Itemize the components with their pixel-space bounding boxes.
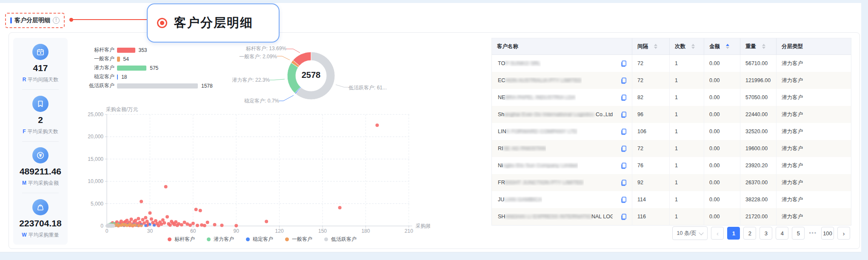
bar-category-label: 标杆客户	[77, 46, 114, 54]
info-icon[interactable]: !	[53, 17, 60, 24]
cell-interval: 92	[632, 174, 670, 191]
donut-leader-line	[277, 56, 290, 60]
svg-text:0: 0	[100, 223, 103, 229]
customer-name: LINK FORWARD COMPANY LTD	[498, 129, 577, 134]
customer-doc-icon[interactable]	[621, 111, 627, 118]
customer-name-cell: FREIGHT JUNCTION PTY LIMITED	[492, 174, 632, 191]
svg-text:15,000: 15,000	[88, 156, 103, 162]
kpi-letter: R	[23, 77, 26, 83]
customer-name: RISE AG PAKISTAN	[498, 146, 546, 151]
cell-interval: 72	[632, 72, 670, 89]
title-accent-bar	[10, 17, 12, 23]
table-header: 客户名称间隔次数金额重量分层类型	[492, 38, 851, 55]
customer-doc-icon[interactable]	[621, 146, 627, 152]
page-button-4[interactable]: 4	[776, 227, 788, 240]
bar-row-2: 潜力客户575	[77, 63, 260, 72]
page-button-100[interactable]: 100	[821, 227, 834, 240]
legend-item-稳定客户[interactable]: 稳定客户	[246, 236, 273, 243]
donut-label-potential: 潜力客户: 22.3%	[222, 77, 270, 84]
svg-text:180: 180	[361, 228, 370, 234]
cell-interval: 72	[632, 140, 670, 157]
page-size-select[interactable]: 10 条/页	[672, 226, 708, 240]
page-button-5[interactable]: 5	[792, 227, 805, 240]
bar-category-label: 潜力客户	[77, 64, 114, 71]
pagination-ellipsis[interactable]: •••	[808, 230, 818, 236]
sort-caret-up-icon[interactable]	[762, 44, 765, 46]
cell-weight: 38228.00	[740, 191, 777, 208]
cell-amount: 0.00	[704, 208, 740, 225]
chevron-down-icon	[699, 230, 704, 235]
pagination: 10 条/页‹12345•••100›	[672, 226, 850, 240]
annotation-anchor-dot	[69, 18, 73, 22]
customer-name-cell: Shanghai Ever-Do International Logistics…	[492, 106, 632, 123]
page-button-2[interactable]: 2	[743, 227, 756, 240]
cell-amount: 0.00	[704, 157, 740, 174]
customer-doc-icon[interactable]	[621, 94, 627, 101]
annotation-callout: 客户分层明细	[147, 3, 280, 43]
cell-times: 1	[670, 157, 704, 174]
column-header-间隔[interactable]: 间隔	[632, 38, 670, 54]
kpi-item-F: 2F平均采购天数	[23, 96, 58, 135]
sort-caret-down-icon[interactable]	[762, 47, 765, 49]
cell-weight: 21720.00	[740, 208, 777, 225]
customer-doc-icon[interactable]	[621, 180, 627, 186]
legend-item-一般客户[interactable]: 一般客户	[285, 236, 312, 243]
sort-caret-down-icon[interactable]	[654, 47, 657, 49]
bar-rect	[117, 74, 118, 80]
legend-item-低活跃客户[interactable]: 低活跃客户	[324, 236, 357, 243]
bar-value: 353	[139, 47, 147, 53]
customer-name-cell: NEBRA PAPEL INDUSTRIA LDA	[492, 89, 632, 106]
sort-caret-up-icon[interactable]	[691, 44, 695, 46]
table-row: Ningbo Eto Sun Company Limited7610.00239…	[492, 157, 851, 174]
kpi-value: 417	[33, 63, 48, 73]
prev-page-button[interactable]: ‹	[711, 227, 724, 240]
sort-carets[interactable]	[691, 44, 695, 49]
next-page-button[interactable]: ›	[837, 227, 850, 240]
redacted-name-part: P SUNKO SRL	[505, 60, 541, 66]
customer-doc-icon[interactable]	[621, 77, 627, 84]
cell-tier: 潜力客户	[777, 174, 851, 191]
cell-interval: 106	[632, 123, 670, 140]
bar-category-label: 稳定客户	[77, 73, 114, 80]
sort-caret-down-icon[interactable]	[691, 47, 695, 49]
svg-text:150: 150	[318, 228, 327, 234]
customer-doc-icon[interactable]	[621, 60, 627, 67]
page-button-1[interactable]: 1	[727, 227, 740, 240]
sort-carets[interactable]	[726, 44, 729, 49]
page-button-3[interactable]: 3	[760, 227, 772, 240]
kpi-letter: M	[22, 180, 26, 186]
donut-label-stable: 稳定客户: 0.7%	[231, 97, 279, 105]
cell-times: 1	[670, 123, 704, 140]
cell-amount: 0.00	[704, 140, 740, 157]
donut-total: 2578	[275, 70, 347, 80]
table-row: FREIGHT JUNCTION PTY LIMITED9210.0026370…	[492, 174, 851, 191]
sort-caret-up-icon[interactable]	[654, 44, 657, 46]
legend-item-潜力客户[interactable]: 潜力客户	[207, 236, 234, 243]
sort-caret-up-icon[interactable]	[726, 44, 729, 46]
legend-label: 潜力客户	[214, 236, 234, 243]
bar-rect	[117, 57, 120, 62]
cell-amount: 0.00	[704, 174, 740, 191]
scatter-series-标杆客户	[108, 123, 379, 227]
sort-caret-down-icon[interactable]	[726, 47, 729, 49]
column-header-label: 分层类型	[782, 43, 803, 50]
sort-carets[interactable]	[762, 44, 765, 49]
cell-amount: 0.00	[704, 89, 740, 106]
customer-doc-icon[interactable]	[621, 214, 627, 220]
table-row: RISE AG PAKISTAN7210.0019600.00潜力客户	[492, 140, 851, 157]
legend-item-标杆客户[interactable]: 标杆客户	[168, 236, 195, 243]
column-header-重量[interactable]: 重量	[740, 38, 777, 54]
kpi-label: R平均间隔天数	[23, 76, 59, 83]
customer-doc-icon[interactable]	[621, 163, 627, 169]
customer-doc-icon[interactable]	[621, 197, 627, 203]
cell-weight: 56710.00	[740, 55, 777, 72]
customer-doc-icon[interactable]	[621, 129, 627, 135]
customer-name: JULIAN GAMBICA	[498, 197, 542, 203]
legend-label: 低活跃客户	[331, 236, 357, 243]
column-header-金额[interactable]: 金额	[704, 38, 740, 54]
cell-weight: 19600.00	[740, 140, 777, 157]
sort-carets[interactable]	[654, 44, 657, 49]
kpi-label: W平均采购重量	[22, 231, 59, 239]
redacted-name-part: LIAN GAMBICA	[504, 197, 542, 203]
column-header-次数[interactable]: 次数	[670, 38, 704, 54]
